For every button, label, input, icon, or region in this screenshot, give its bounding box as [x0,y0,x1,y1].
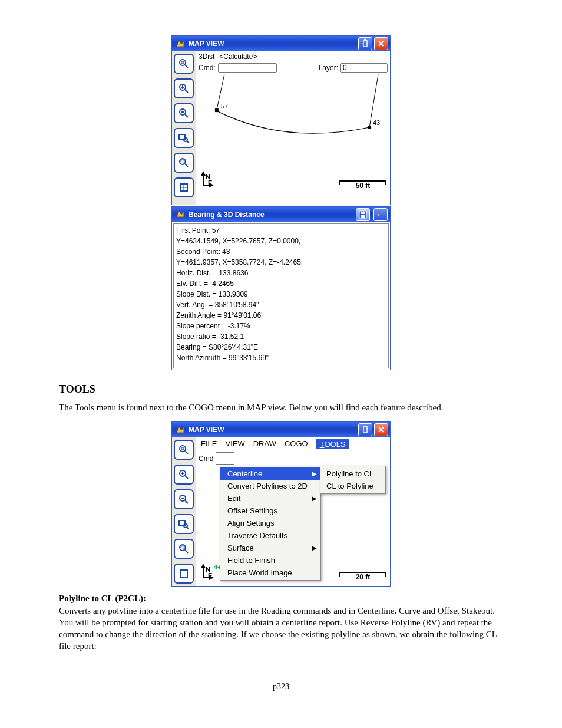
bearing-panel: Bearing & 3D Distance ← First Point: 57Y… [171,206,391,370]
result-line: Elv. Diff. = -4.2465 [176,278,386,289]
window-title: MAP VIEW [189,426,358,434]
point-label-2: 43 [373,119,380,126]
battery-button[interactable] [358,423,372,436]
map-view-window: MAP VIEW ✕ [171,35,391,205]
zoom-extents-button[interactable] [174,440,194,460]
menu-file[interactable]: FILE [201,439,217,449]
cmd-input[interactable] [218,63,277,73]
page-number: p323 [59,682,503,691]
result-line: Slope percent = -3.17% [176,321,386,331]
map-canvas[interactable]: 57 43 N E 50 ft [196,74,390,192]
calc-prefix: 3Dist [199,52,214,61]
menu-item-traverse-defaults[interactable]: Traverse Defaults [220,529,320,542]
menubar: FILEVIEWDRAWCOGOTOOLS [196,437,390,451]
svg-rect-32 [361,215,365,218]
svg-marker-0 [177,41,184,47]
svg-rect-35 [364,426,366,427]
cmd-label: Cmd [199,454,213,463]
layer-input[interactable] [340,63,388,73]
save-button[interactable] [356,208,370,221]
compass-icon: N E [200,171,214,187]
svg-point-3 [180,60,186,65]
svg-line-7 [185,90,188,93]
compass-icon: N E [200,564,214,581]
polyline-paragraph: Polyline to CL (P2CL): Converts any poly… [59,592,503,652]
result-line: Bearing = S80°26'44.31"E [176,342,386,353]
zoom-in-button[interactable] [174,465,194,485]
menu-item-convert-polylines-to-2d[interactable]: Convert Polylines to 2D [220,480,320,492]
menu-item-offset-settings[interactable]: Offset Settings [220,505,320,517]
svg-rect-2 [364,39,366,41]
svg-point-36 [180,446,186,452]
bearing-titlebar: Bearing & 3D Distance ← [172,207,390,222]
zoom-previous-button[interactable] [174,153,194,173]
svg-rect-51 [180,570,187,577]
svg-rect-31 [361,212,365,214]
svg-rect-1 [363,41,367,47]
result-line: Y=4634.1549, X=5226.7657, Z=0.0000, [176,236,386,246]
submenu-item-polyline-to-cl[interactable]: Polyline to CL [320,467,385,480]
menu-item-surface[interactable]: Surface [220,542,320,554]
svg-line-48 [187,527,189,529]
close-button[interactable]: ✕ [374,423,388,436]
result-line: Second Point: 43 [176,246,386,257]
svg-point-38 [181,447,184,450]
svg-marker-33 [177,427,184,433]
section-intro: The Tools menu is found next to the COGO… [59,401,503,413]
close-button[interactable]: ✕ [374,37,388,50]
zoom-window-button[interactable] [174,128,194,148]
app-icon [176,209,185,220]
menu-item-align-settings[interactable]: Align Settings [220,517,320,529]
back-button[interactable]: ← [373,208,388,221]
titlebar-mapview-2: MAP VIEW ✕ [172,422,390,437]
svg-marker-29 [177,211,184,217]
result-line: First Point: 57 [176,225,386,236]
zoom-out-button[interactable] [174,489,194,509]
cmd-input[interactable] [216,452,234,465]
polyline-body: Converts any polyline into a centerline … [59,606,497,651]
menu-item-place-world-image[interactable]: Place World Image [220,566,320,579]
svg-marker-26 [201,171,206,176]
window-title: MAP VIEW [189,39,358,48]
pan-button[interactable] [174,177,194,197]
svg-line-4 [185,65,188,68]
zoom-previous-button[interactable] [174,539,194,559]
zoom-in-button[interactable] [174,78,194,98]
pan-button[interactable] [174,564,194,584]
scale-bar: 50 ft [339,180,386,190]
map-view-window-2: MAP VIEW ✕ [171,421,391,587]
calc-value: -<Calculate> [217,52,257,61]
submenu-item-cl-to-polyline[interactable]: CL to Polyline [320,480,385,492]
menu-cogo[interactable]: COGO [285,439,308,449]
point-label-1: 57 [221,103,228,110]
battery-button[interactable] [358,37,372,50]
menu-item-edit[interactable]: Edit [220,492,320,505]
zoom-out-button[interactable] [174,103,194,123]
menu-item-centerline[interactable]: Centerline [220,467,320,480]
tools-dropdown: ↖ CenterlineConvert Polylines to 2DEditO… [220,466,321,581]
result-line: Vert. Ang. = 358°10'58.94" [176,299,386,310]
result-line: Zenith Angle = 91°49'01.06" [176,310,386,321]
svg-line-37 [185,451,188,454]
menu-view[interactable]: VIEW [225,439,244,449]
zoom-window-button[interactable] [174,514,194,534]
app-icon [176,39,185,48]
svg-marker-53 [201,564,206,568]
bearing-title: Bearing & 3D Distance [189,210,352,219]
app-icon [176,425,185,434]
svg-line-11 [185,114,188,117]
svg-line-44 [185,500,188,503]
result-line: Slope Dist. = 133.9309 [176,289,386,299]
bearing-results-list[interactable]: First Point: 57Y=4634.1549, X=5226.7657,… [173,223,389,368]
centerline-submenu: Polyline to CLCL to Polyline [320,466,386,494]
menu-item-field-to-finish[interactable]: Field to Finish [220,554,320,566]
polyline-heading: Polyline to CL (P2CL): [59,594,146,603]
zoom-extents-button[interactable] [174,54,194,74]
svg-line-50 [185,550,188,553]
canvas-area: 3Dist -<Calculate> Cmd: Layer: 57 [196,51,390,205]
menu-draw[interactable]: DRAW [253,439,276,449]
menu-tools[interactable]: TOOLS [316,439,349,449]
side-toolbar [172,437,196,586]
result-line: Horiz. Dist. = 133.8636 [176,268,386,278]
svg-line-17 [185,164,188,167]
